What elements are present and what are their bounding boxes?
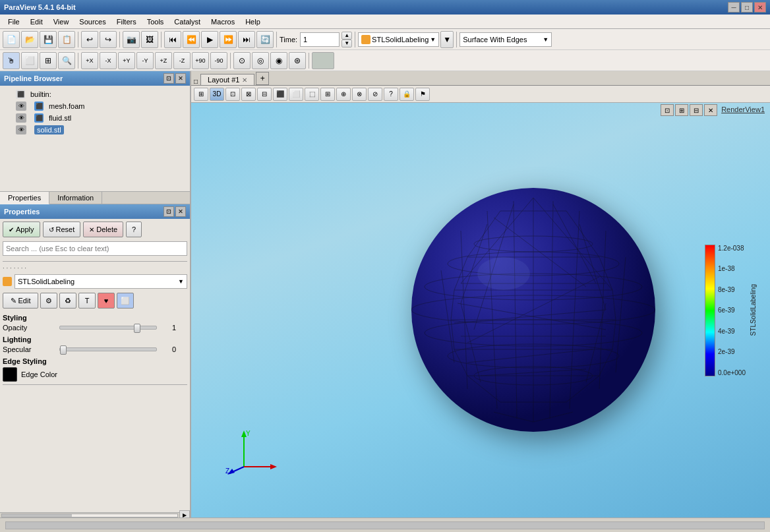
edit-btn5[interactable]: ♥ <box>98 293 115 309</box>
rv-btn4[interactable]: ⊟ <box>257 88 272 101</box>
tab-properties[interactable]: Properties <box>0 192 49 204</box>
reset-button[interactable]: ↺ Reset <box>43 222 81 237</box>
representation-dropdown[interactable]: Surface With Edges ▼ <box>459 32 552 47</box>
select-btn[interactable]: ⬜ <box>21 52 38 69</box>
rv-btn12[interactable]: ? <box>384 88 398 101</box>
orient-btn1[interactable]: ⊙ <box>233 52 251 69</box>
render-view[interactable]: RenderView1 ⊡ ⊞ ⊟ ✕ <box>191 103 770 517</box>
add-layout-tab[interactable]: + <box>256 72 269 85</box>
tree-item-builtin[interactable]: ⬛ builtin: <box>3 88 187 100</box>
color-btn[interactable] <box>312 52 334 69</box>
ym-btn[interactable]: -Y <box>136 52 154 69</box>
xm-btn[interactable]: -X <box>100 52 117 69</box>
save-state-btn[interactable]: 📋 <box>58 31 75 48</box>
pipeline-close[interactable]: ✕ <box>175 73 186 84</box>
rv-split1[interactable]: ⊡ <box>661 104 674 116</box>
time-down[interactable]: ▼ <box>341 40 352 47</box>
rv-btn13[interactable]: 🔒 <box>400 88 414 101</box>
play-btn[interactable]: ▶ <box>201 31 218 48</box>
eye-meshfoam[interactable]: 👁 <box>16 102 26 111</box>
redo-btn[interactable]: ↪ <box>100 31 117 48</box>
menu-macros[interactable]: Macros <box>206 16 240 27</box>
zp-btn[interactable]: +Z <box>155 52 172 69</box>
reset-camera-btn[interactable]: ⊞ <box>40 52 57 69</box>
tree-item-meshfoam[interactable]: 👁 ⬛ mesh.foam <box>3 100 187 112</box>
rot-ccw[interactable]: -90 <box>210 52 227 69</box>
menu-filters[interactable]: Filters <box>111 16 142 27</box>
prev-btn[interactable]: ⏪ <box>183 31 200 48</box>
opacity-slider[interactable] <box>59 326 157 330</box>
time-input[interactable] <box>300 32 340 47</box>
close-button[interactable]: ✕ <box>754 2 766 13</box>
tree-item-fluidstl[interactable]: 👁 ⬛ fluid.stl <box>3 112 187 124</box>
edit-btn3[interactable]: ♻ <box>59 293 76 309</box>
help-button[interactable]: ? <box>126 222 142 237</box>
undo-btn[interactable]: ↩ <box>81 31 98 48</box>
search-input[interactable] <box>3 241 187 256</box>
zm-btn[interactable]: -Z <box>173 52 191 69</box>
layout-tab-close[interactable]: ✕ <box>242 76 247 84</box>
edge-color-swatch[interactable] <box>3 367 17 382</box>
rv-btn2[interactable]: ⊡ <box>225 88 240 101</box>
3d-btn[interactable]: 3D <box>210 88 224 101</box>
rv-btn7[interactable]: ⬚ <box>305 88 319 101</box>
rv-btn5[interactable]: ⬛ <box>273 88 287 101</box>
source-extra[interactable]: ▼ <box>440 31 454 48</box>
hscrollbar[interactable]: ▶ <box>0 512 190 517</box>
menu-edit[interactable]: Edit <box>25 16 48 27</box>
edit-btn4[interactable]: T <box>78 293 96 309</box>
maximize-button[interactable]: □ <box>741 2 753 13</box>
rv-split2[interactable]: ⊞ <box>675 104 688 116</box>
rv-close[interactable]: ✕ <box>704 104 717 116</box>
pipeline-undock[interactable]: ⊡ <box>163 73 174 84</box>
orient-btn2[interactable]: ◎ <box>252 52 269 69</box>
time-up[interactable]: ▲ <box>341 32 352 40</box>
menu-tools[interactable]: Tools <box>142 16 169 27</box>
loop-btn[interactable]: 🔄 <box>256 31 274 48</box>
rv-btn9[interactable]: ⊕ <box>336 88 351 101</box>
minimize-button[interactable]: ─ <box>728 2 740 13</box>
props-undock[interactable]: ⊡ <box>163 206 174 217</box>
props-close[interactable]: ✕ <box>175 206 186 217</box>
camera-btn[interactable]: 📷 <box>123 31 140 48</box>
render-view-label[interactable]: RenderView1 <box>721 105 765 113</box>
eye-solidstl[interactable]: 👁 <box>16 125 26 134</box>
screenshot-btn[interactable]: 🖼 <box>141 31 158 48</box>
rv-btn14[interactable]: ⚑ <box>415 88 430 101</box>
source-dropdown[interactable]: STLSolidLabeling ▼ <box>358 32 439 47</box>
edit-btn6[interactable]: ⬜ <box>117 293 134 309</box>
rv-btn6[interactable]: ⬜ <box>289 88 303 101</box>
yp-btn[interactable]: +Y <box>118 52 135 69</box>
apply-button[interactable]: ✔ Apply <box>3 222 40 237</box>
save-btn[interactable]: 💾 <box>40 31 57 48</box>
menu-help[interactable]: Help <box>240 16 266 27</box>
eye-fluidstl[interactable]: 👁 <box>16 113 26 123</box>
menu-sources[interactable]: Sources <box>74 16 111 27</box>
rv-btn10[interactable]: ⊗ <box>352 88 367 101</box>
rv-btn8[interactable]: ⊞ <box>320 88 335 101</box>
rv-btn11[interactable]: ⊘ <box>368 88 382 101</box>
menu-catalyst[interactable]: Catalyst <box>169 16 206 27</box>
orient-btn4[interactable]: ⊛ <box>289 52 306 69</box>
hscroll-right[interactable]: ▶ <box>179 510 190 518</box>
tree-item-solidstl[interactable]: 👁 solid.stl <box>3 124 187 136</box>
new-btn[interactable]: 📄 <box>3 31 20 48</box>
menu-file[interactable]: File <box>3 16 25 27</box>
open-btn[interactable]: 📂 <box>21 31 38 48</box>
tab-information[interactable]: Information <box>49 192 102 204</box>
last-btn[interactable]: ⏭ <box>238 31 255 48</box>
rv-btn3[interactable]: ⊠ <box>241 88 256 101</box>
rewind-btn[interactable]: ⏮ <box>164 31 181 48</box>
orient-btn3[interactable]: ◉ <box>270 52 287 69</box>
interact-btn[interactable]: 🖱 <box>3 52 20 69</box>
layout-tab-1[interactable]: Layout #1 ✕ <box>200 74 254 85</box>
xp-btn[interactable]: +X <box>81 52 98 69</box>
delete-button[interactable]: ✕ Delete <box>83 222 123 237</box>
rv-split3[interactable]: ⊟ <box>690 104 703 116</box>
src-select[interactable]: STLSolidLabeling ▼ <box>15 274 187 289</box>
edit-btn2[interactable]: ⚙ <box>40 293 57 309</box>
menu-view[interactable]: View <box>48 16 74 27</box>
next-btn[interactable]: ⏩ <box>220 31 237 48</box>
specular-slider[interactable] <box>59 347 157 351</box>
reset-cam-btn[interactable]: ⊞ <box>194 88 208 101</box>
